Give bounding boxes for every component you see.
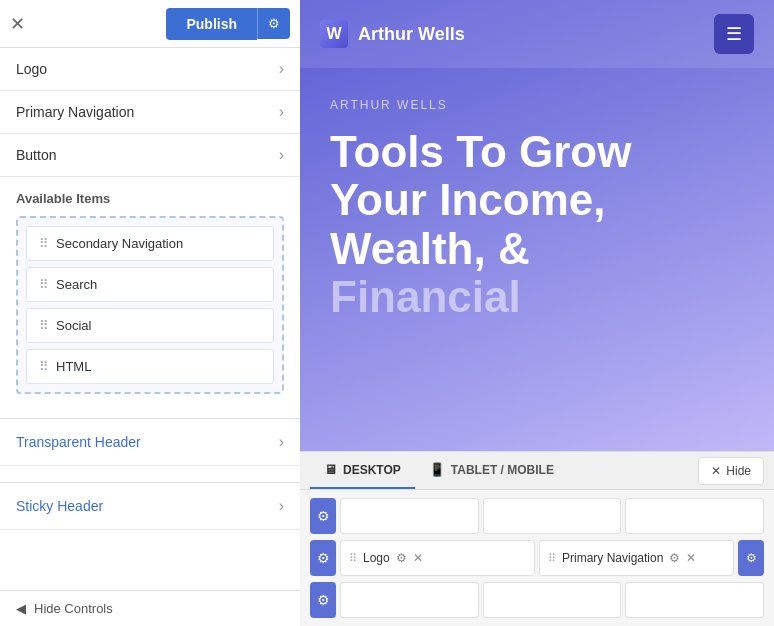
row-cell-empty bbox=[625, 582, 764, 618]
chevron-icon: › bbox=[279, 103, 284, 121]
hero-subtitle: ARTHUR WELLS bbox=[330, 98, 744, 112]
row-cell-logo: ⠿ Logo ⚙ ✕ bbox=[340, 540, 535, 576]
chevron-icon: › bbox=[279, 433, 284, 451]
publish-area: Publish ⚙ bbox=[166, 8, 290, 40]
available-items-box: ⠿ Secondary Navigation ⠿ Search ⠿ Social… bbox=[16, 216, 284, 394]
nav-item-button[interactable]: Button › bbox=[0, 134, 300, 177]
publish-gear-button[interactable]: ⚙ bbox=[257, 8, 290, 39]
close-icon: ✕ bbox=[711, 464, 721, 478]
hero-title: Tools To Grow Your Income, Wealth, & Fin… bbox=[330, 128, 744, 322]
tab-tablet-mobile[interactable]: 📱 TABLET / MOBILE bbox=[415, 452, 568, 489]
nav-item-primary-navigation[interactable]: Primary Navigation › bbox=[0, 91, 300, 134]
editor-section: 🖥 DESKTOP 📱 TABLET / MOBILE ✕ Hide ⚙ bbox=[300, 451, 774, 626]
row-handle-3[interactable]: ⚙ bbox=[310, 582, 336, 618]
chevron-icon: › bbox=[279, 60, 284, 78]
row-cell-empty bbox=[483, 582, 622, 618]
hide-button[interactable]: ✕ Hide bbox=[698, 457, 764, 485]
nav-item-logo[interactable]: Logo › bbox=[0, 48, 300, 91]
preview-nav: W Arthur Wells ☰ bbox=[300, 0, 774, 68]
tab-desktop[interactable]: 🖥 DESKTOP bbox=[310, 452, 415, 489]
available-item-html[interactable]: ⠿ HTML bbox=[26, 349, 274, 384]
menu-button[interactable]: ☰ bbox=[714, 14, 754, 54]
desktop-icon: 🖥 bbox=[324, 462, 337, 477]
eye-icon: ◀ bbox=[16, 601, 26, 616]
row-cells-1 bbox=[340, 498, 764, 534]
row-cells-2: ⠿ Logo ⚙ ✕ ⠿ Primary Navigation ⚙ ✕ bbox=[340, 540, 734, 576]
row-cell-empty bbox=[340, 498, 479, 534]
hide-controls-bar[interactable]: ◀ Hide Controls bbox=[0, 590, 300, 626]
toolbar: ✕ Publish ⚙ bbox=[0, 0, 300, 48]
gear-icon: ⚙ bbox=[317, 592, 330, 608]
available-item-search[interactable]: ⠿ Search bbox=[26, 267, 274, 302]
drag-icon: ⠿ bbox=[39, 277, 48, 292]
editor-row-2: ⚙ ⠿ Logo ⚙ ✕ ⠿ Primary Navigation ⚙ ✕ bbox=[310, 540, 764, 576]
drag-icon: ⠿ bbox=[548, 552, 556, 565]
row-cell-empty bbox=[340, 582, 479, 618]
preview-hero: ARTHUR WELLS Tools To Grow Your Income, … bbox=[300, 68, 774, 332]
row-cell-primary-nav: ⠿ Primary Navigation ⚙ ✕ bbox=[539, 540, 734, 576]
cell-gear-button[interactable]: ⚙ bbox=[396, 551, 407, 565]
chevron-icon: › bbox=[279, 146, 284, 164]
available-items-title: Available Items bbox=[16, 191, 284, 206]
chevron-icon: › bbox=[279, 497, 284, 515]
sticky-header-option[interactable]: Sticky Header › bbox=[0, 483, 300, 530]
cell-remove-button[interactable]: ✕ bbox=[686, 551, 696, 565]
website-preview: W Arthur Wells ☰ ARTHUR WELLS Tools To G… bbox=[300, 0, 774, 451]
editor-row-1: ⚙ bbox=[310, 498, 764, 534]
available-item-secondary-navigation[interactable]: ⠿ Secondary Navigation bbox=[26, 226, 274, 261]
logo-icon: W bbox=[320, 20, 348, 48]
transparent-header-option[interactable]: Transparent Header › bbox=[0, 419, 300, 466]
row-handle-1[interactable]: ⚙ bbox=[310, 498, 336, 534]
drag-icon: ⠿ bbox=[39, 236, 48, 251]
panel-scroll: Logo › Primary Navigation › Button › Ava… bbox=[0, 48, 300, 590]
editor-row-3: ⚙ bbox=[310, 582, 764, 618]
close-button[interactable]: ✕ bbox=[10, 13, 25, 35]
more-icon: ⚙ bbox=[746, 551, 757, 565]
right-panel: W Arthur Wells ☰ ARTHUR WELLS Tools To G… bbox=[300, 0, 774, 626]
left-panel: ✕ Publish ⚙ Logo › Primary Navigation › … bbox=[0, 0, 300, 626]
tab-bar: 🖥 DESKTOP 📱 TABLET / MOBILE ✕ Hide bbox=[300, 452, 774, 490]
tablet-icon: 📱 bbox=[429, 462, 445, 477]
preview-logo: W Arthur Wells bbox=[320, 20, 465, 48]
editor-rows: ⚙ ⚙ ⠿ Logo ⚙ ✕ bbox=[300, 490, 774, 626]
row-cell-empty bbox=[483, 498, 622, 534]
cell-remove-button[interactable]: ✕ bbox=[413, 551, 423, 565]
drag-icon: ⠿ bbox=[39, 359, 48, 374]
gear-icon: ⚙ bbox=[317, 508, 330, 524]
available-items-section: Available Items ⠿ Secondary Navigation ⠿… bbox=[0, 177, 300, 402]
hamburger-icon: ☰ bbox=[726, 23, 742, 45]
row-more-button[interactable]: ⚙ bbox=[738, 540, 764, 576]
drag-icon: ⠿ bbox=[39, 318, 48, 333]
available-item-social[interactable]: ⠿ Social bbox=[26, 308, 274, 343]
drag-icon: ⠿ bbox=[349, 552, 357, 565]
row-cells-3 bbox=[340, 582, 764, 618]
cell-gear-button[interactable]: ⚙ bbox=[669, 551, 680, 565]
gear-icon: ⚙ bbox=[317, 550, 330, 566]
row-handle-2[interactable]: ⚙ bbox=[310, 540, 336, 576]
row-cell-empty bbox=[625, 498, 764, 534]
publish-button[interactable]: Publish bbox=[166, 8, 257, 40]
